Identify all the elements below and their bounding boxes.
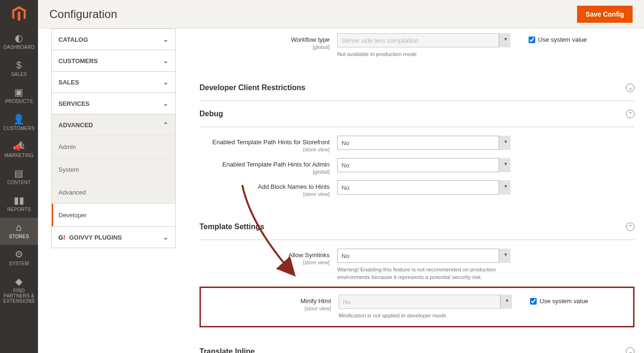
products-icon: ▣ (2, 87, 36, 97)
minify-html-select: No (339, 295, 512, 309)
workflow-note: Not available in production mode (337, 50, 511, 58)
nav-customers[interactable]: 👤CUSTOMERS (0, 110, 38, 137)
chevron-down-icon: ⌄ (163, 78, 169, 86)
config-sidebar: CATALOG⌄ CUSTOMERS⌄ SALES⌄ SERVICES⌄ ADV… (38, 28, 180, 353)
conf-sub-advanced[interactable]: Advanced (52, 181, 175, 204)
collapse-icon: ⌃ (626, 110, 635, 118)
nav-content[interactable]: ▤CONTENT (0, 164, 38, 191)
symlinks-warning: Warning! Enabling this feature is not re… (337, 266, 511, 281)
minify-use-system-checkbox[interactable] (530, 298, 537, 305)
nav-reports[interactable]: ▮▮REPORTS (0, 191, 38, 218)
template-hints-admin-select[interactable]: No (337, 158, 511, 172)
allow-symlinks-select[interactable]: No (337, 249, 511, 263)
nav-dashboard[interactable]: ◐DASHBOARD (0, 28, 38, 56)
field-block-names-hints: Add Block Names to Hints[store view] No (199, 180, 635, 197)
nav-stores[interactable]: ⌂STORES (0, 218, 38, 245)
sales-icon: $ (2, 60, 36, 70)
field-template-hints-admin: Enabled Template Path Hints for Admin[gl… (199, 158, 635, 175)
partners-icon: ◆ (2, 277, 36, 286)
customers-icon: 👤 (2, 114, 36, 124)
goivvy-logo-icon: G! (58, 234, 65, 241)
section-template-settings[interactable]: Template Settings ⌃ (199, 214, 635, 240)
magento-logo (0, 0, 38, 28)
conf-advanced-submenu: Admin System Advanced Developer (52, 135, 175, 226)
chevron-down-icon: ⌄ (163, 233, 169, 241)
block-names-hints-select[interactable]: No (337, 180, 511, 195)
nav-partners[interactable]: ◆FIND PARTNERS & EXTENSIONS (0, 272, 38, 309)
save-config-button[interactable]: Save Config (577, 6, 633, 23)
content-icon: ▤ (2, 168, 36, 178)
dashboard-icon: ◐ (2, 33, 36, 43)
section-debug[interactable]: Debug ⌃ (199, 101, 635, 127)
workflow-use-system-checkbox[interactable] (529, 37, 535, 43)
conf-sub-developer[interactable]: Developer (52, 204, 175, 226)
system-icon: ⚙ (2, 250, 36, 259)
marketing-icon: 📣 (2, 141, 36, 151)
template-hints-storefront-select[interactable]: No (337, 136, 511, 150)
field-template-hints-storefront: Enabled Template Path Hints for Storefro… (199, 136, 635, 152)
chevron-down-icon: ⌄ (163, 100, 169, 107)
magento-logo-icon (11, 6, 27, 22)
conf-tab-catalog[interactable]: CATALOG⌄ (51, 28, 176, 50)
section-translate-inline[interactable]: Translate Inline ⌄ (199, 339, 635, 353)
collapse-icon: ⌃ (626, 223, 635, 231)
reports-icon: ▮▮ (2, 195, 36, 205)
minify-use-system[interactable]: Use system value (512, 295, 588, 305)
chevron-down-icon: ⌄ (163, 57, 169, 65)
page-title: Configuration (49, 8, 117, 21)
stores-icon: ⌂ (2, 223, 36, 232)
workflow-type-select: Server side less compilation (337, 33, 511, 47)
chevron-up-icon: ⌃ (163, 121, 169, 129)
conf-tab-sales[interactable]: SALES⌄ (51, 72, 176, 93)
minify-note: Minification is not applied in developer… (339, 312, 512, 319)
nav-products[interactable]: ▣PRODUCTS (0, 83, 38, 110)
admin-icon-nav: ◐DASHBOARD $SALES ▣PRODUCTS 👤CUSTOMERS 📣… (0, 0, 38, 353)
field-allow-symlinks: Allow Symlinks[store view] No Warning! E… (199, 249, 635, 281)
workflow-use-system[interactable]: Use system value (511, 33, 587, 43)
conf-tab-goivvy-plugins[interactable]: G!GOIVVY PLUGINS⌄ (51, 227, 176, 248)
conf-sub-system[interactable]: System (52, 158, 175, 181)
conf-tab-advanced[interactable]: ADVANCED⌃ Admin System Advanced Develope… (51, 114, 176, 227)
section-developer-client-restrictions[interactable]: Developer Client Restrictions ⌄ (199, 75, 635, 101)
conf-tab-services[interactable]: SERVICES⌄ (51, 93, 176, 114)
nav-system[interactable]: ⚙SYSTEM (0, 245, 38, 272)
page-header: Configuration Save Config (38, 0, 644, 28)
minify-html-highlight: Minify Html[store view] No Minification … (199, 287, 635, 327)
chevron-down-icon: ⌄ (163, 36, 169, 43)
conf-tab-customers[interactable]: CUSTOMERS⌄ (51, 50, 176, 72)
nav-marketing[interactable]: 📣MARKETING (0, 137, 38, 164)
expand-icon: ⌄ (626, 347, 635, 353)
nav-sales[interactable]: $SALES (0, 56, 38, 83)
config-content: Workflow type[global] Server side less c… (180, 28, 644, 353)
expand-icon: ⌄ (626, 84, 635, 92)
conf-sub-admin[interactable]: Admin (52, 135, 175, 158)
field-workflow-type: Workflow type[global] Server side less c… (199, 33, 635, 58)
